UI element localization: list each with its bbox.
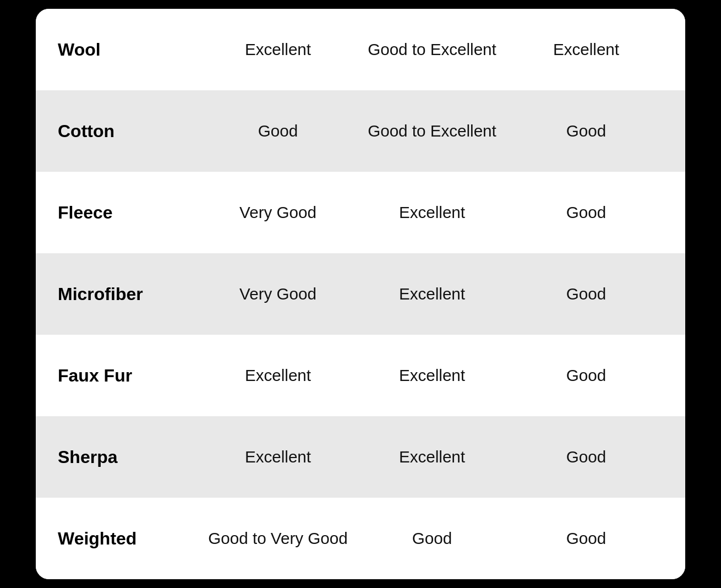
col3-value: Good bbox=[509, 122, 663, 140]
col3-value: Good bbox=[509, 529, 663, 548]
table-row: Faux FurExcellentExcellentGood bbox=[36, 335, 685, 416]
col1-value: Very Good bbox=[201, 203, 355, 222]
col1-value: Good bbox=[201, 122, 355, 140]
material-label: Fleece bbox=[58, 203, 201, 223]
material-label: Weighted bbox=[58, 529, 201, 549]
material-label: Microfiber bbox=[58, 284, 201, 304]
material-label: Cotton bbox=[58, 121, 201, 141]
table-row: WoolExcellentGood to ExcellentExcellent bbox=[36, 9, 685, 90]
col3-value: Good bbox=[509, 285, 663, 303]
table-row: MicrofiberVery GoodExcellentGood bbox=[36, 253, 685, 335]
table-row: FleeceVery GoodExcellentGood bbox=[36, 172, 685, 253]
col1-value: Good to Very Good bbox=[201, 529, 355, 548]
col3-value: Good bbox=[509, 203, 663, 222]
col1-value: Very Good bbox=[201, 285, 355, 303]
col2-value: Good to Excellent bbox=[355, 122, 509, 140]
material-label: Sherpa bbox=[58, 447, 201, 467]
table-row: CottonGoodGood to ExcellentGood bbox=[36, 90, 685, 172]
col3-value: Good bbox=[509, 448, 663, 466]
col1-value: Excellent bbox=[201, 366, 355, 385]
col2-value: Good bbox=[355, 529, 509, 548]
col2-value: Excellent bbox=[355, 366, 509, 385]
material-label: Faux Fur bbox=[58, 366, 201, 386]
col1-value: Excellent bbox=[201, 40, 355, 59]
col1-value: Excellent bbox=[201, 448, 355, 466]
col2-value: Excellent bbox=[355, 448, 509, 466]
col2-value: Good to Excellent bbox=[355, 40, 509, 59]
col3-value: Good bbox=[509, 366, 663, 385]
main-card: WoolExcellentGood to ExcellentExcellentC… bbox=[36, 9, 685, 579]
table-row: SherpaExcellentExcellentGood bbox=[36, 416, 685, 498]
col3-value: Excellent bbox=[509, 40, 663, 59]
material-label: Wool bbox=[58, 40, 201, 60]
col2-value: Excellent bbox=[355, 203, 509, 222]
col2-value: Excellent bbox=[355, 285, 509, 303]
table-row: WeightedGood to Very GoodGoodGood bbox=[36, 498, 685, 579]
